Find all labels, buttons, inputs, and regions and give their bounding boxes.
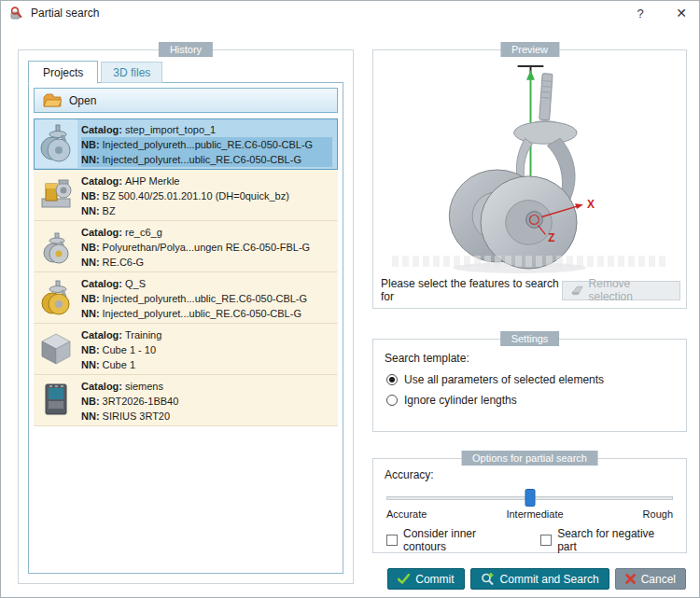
history-list: Catalog:step_import_topo_1 NB:Injected_p… [34,118,338,426]
eraser-icon [571,285,584,296]
catalog-line: Catalog:Training [81,327,332,342]
tick-intermediate: Intermediate [506,508,563,520]
checkbox-label: Consider inner contours [403,527,518,553]
remove-selection-label: Remove selection [589,277,671,303]
part-thumbnail [35,171,77,219]
commit-button[interactable]: Commit [387,568,464,590]
nb-line: NB:Polyurethan/Polya...ungen RE.C6-050-F… [81,240,332,255]
history-tabbar: Projects 3D files [28,61,162,83]
cube-icon [37,328,75,369]
slider-handle[interactable] [525,489,535,507]
preview-hint-text: Please select the features to search for [381,277,562,303]
list-item[interactable]: Catalog:re_c6_g NB:Polyurethan/Polya...u… [34,221,338,272]
nb-line: NB:BZ 500.40/25.01.201.10 (DH=0quick_bz) [81,188,332,203]
checkbox-icon[interactable] [386,535,398,546]
part-thumbnail [35,376,77,424]
caster-yellow-icon [37,277,75,318]
search-template-label: Search template: [385,352,675,365]
list-item[interactable]: Catalog:siemens NB:3RT2026-1BB40 NN:SIRI… [34,375,338,426]
caster-3d-render: X Z [379,58,680,276]
caster-blue-icon [37,123,75,164]
radio-ignore-cylinder-lengths[interactable]: Ignore cylinder lengths [386,394,675,407]
nn-line: NN:Injected_polyuret...ublic_RE.C6-050-C… [81,152,332,167]
remove-selection-button[interactable]: Remove selection [562,281,680,300]
radio-use-all-parameters[interactable]: Use all parameters of selected elements [386,373,675,386]
list-item[interactable]: Catalog:AHP Merkle NB:BZ 500.40/25.01.20… [34,170,338,221]
folder-open-icon [43,93,62,108]
radio-button-icon[interactable] [386,374,398,385]
preview-group-label: Preview [500,42,559,57]
radio-label: Use all parameters of selected elements [404,373,604,386]
accuracy-label: Accuracy: [385,468,675,481]
nn-line: NN:RE.C6-G [81,255,332,270]
title-bar: Partial search ? ✕ [1,1,699,25]
radio-label: Ignore cylinder lengths [404,394,517,407]
part-thumbnail [35,119,77,168]
window-title: Partial search [31,7,99,20]
axis-z-label: Z [548,231,554,244]
radio-button-icon[interactable] [386,395,398,406]
preview-3d-viewport[interactable]: X Z [379,58,680,276]
cancel-button[interactable]: Cancel [615,568,686,590]
preview-watermark [392,256,667,267]
list-item[interactable]: Catalog:step_import_topo_1 NB:Injected_p… [34,118,338,170]
checkbox-label: Search for negative part [557,527,673,553]
part-thumbnail [35,222,77,271]
cancel-label: Cancel [641,573,676,586]
list-item[interactable]: Catalog:Training NB:Cube 1 - 10 NN:Cube … [34,324,338,375]
tick-accurate: Accurate [386,508,427,520]
commit-and-search-button[interactable]: Commit and Search [470,568,609,590]
close-button[interactable]: ✕ [672,4,691,22]
search-plus-icon [481,572,495,586]
nb-line: NB:Injected_polyureth...ublic_RE.C6-050-… [81,291,332,306]
nn-line: NN:SIRIUS 3RT20 [81,409,332,424]
help-button[interactable]: ? [631,4,650,22]
partial-search-options-groupbox: Options for partial search Accuracy: Acc… [372,458,687,553]
nb-line: NB:Cube 1 - 10 [81,342,332,357]
nn-line: NN:Injected_polyuret...ublic_RE.C6-050-C… [81,306,332,321]
contactor-icon [37,380,75,421]
catalog-line: Catalog:Q_S [81,276,332,291]
checkbox-icon[interactable] [540,535,552,546]
clamp-icon [37,174,75,216]
accuracy-slider[interactable] [386,487,673,508]
tick-rough: Rough [643,508,673,520]
open-button[interactable]: Open [34,88,338,113]
tab-3d-files[interactable]: 3D files [101,62,162,83]
commit-label: Commit [415,573,454,586]
slider-tick-labels: Accurate Intermediate Rough [386,508,673,520]
part-thumbnail [35,273,77,322]
settings-groupbox: Settings Search template: Use all parame… [372,339,687,432]
cancel-x-icon [625,574,636,584]
options-group-label: Options for partial search [461,451,598,466]
commit-and-search-label: Commit and Search [500,573,599,586]
check-icon [398,574,410,584]
part-thumbnail [35,325,77,373]
nb-line: NB:Injected_polyureth...public_RE.C6-050… [81,137,332,152]
checkbox-search-negative-part[interactable]: Search for negative part [540,527,673,553]
caster-small-icon [37,226,75,267]
nb-line: NB:3RT2026-1BB40 [81,394,332,409]
catalog-line: Catalog:re_c6_g [81,225,332,240]
nn-line: NN:Cube 1 [81,357,332,372]
history-group-label: History [159,42,213,57]
open-button-label: Open [69,94,96,107]
dialog-footer: Commit Commit and Search Cancel [387,568,686,590]
projects-tab-panel: Open [28,82,343,574]
preview-groupbox: Preview [372,49,687,309]
partial-search-dialog: Partial search ? ✕ History Projects 3D f… [0,0,700,598]
app-icon [9,6,24,21]
catalog-line: Catalog:step_import_topo_1 [81,122,332,137]
catalog-line: Catalog:siemens [81,379,332,394]
nn-line: NN:BZ [81,203,332,218]
axis-x-label: X [587,198,595,211]
list-item[interactable]: Catalog:Q_S NB:Injected_polyureth...ubli… [34,272,338,324]
tab-projects[interactable]: Projects [28,61,98,84]
checkbox-consider-inner-contours[interactable]: Consider inner contours [386,527,518,553]
catalog-line: Catalog:AHP Merkle [81,174,332,188]
history-groupbox: History Projects 3D files Open [18,49,354,584]
settings-group-label: Settings [500,331,560,346]
